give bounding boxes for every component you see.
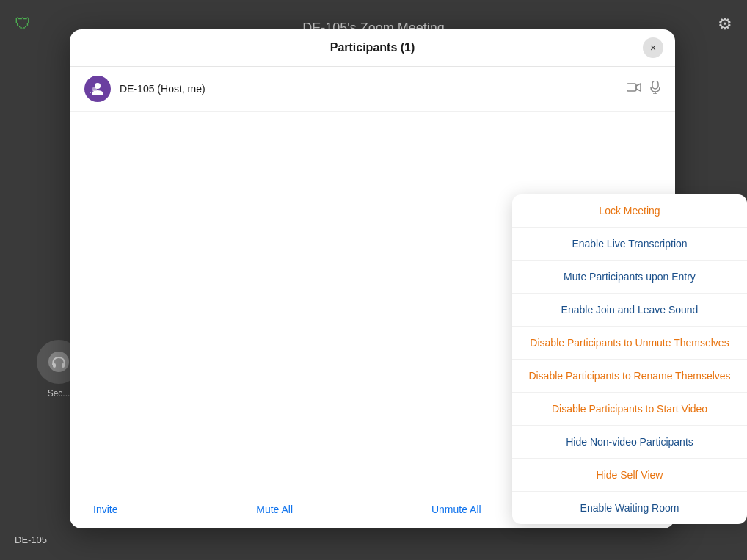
dropdown-menu: Lock MeetingEnable Live TranscriptionMut… [512,194,747,524]
menu-item-disable-unmute[interactable]: Disable Participants to Unmute Themselve… [512,327,747,360]
shield-icon: 🛡 [15,15,31,34]
svg-point-0 [48,352,69,372]
menu-item-lock-meeting[interactable]: Lock Meeting [512,194,747,228]
username-bottom: DE-105 [15,534,47,545]
close-button[interactable]: × [643,37,663,58]
svg-rect-5 [627,84,636,91]
menu-item-enable-waiting-room[interactable]: Enable Waiting Room [512,492,747,524]
menu-item-mute-participants[interactable]: Mute Participants upon Entry [512,261,747,294]
mute-all-button[interactable]: Mute All [247,499,302,520]
menu-item-hide-non-video[interactable]: Hide Non-video Participants [512,426,747,459]
menu-item-disable-rename[interactable]: Disable Participants to Rename Themselve… [512,360,747,393]
svg-rect-6 [652,81,658,89]
menu-item-disable-video[interactable]: Disable Participants to Start Video [512,393,747,426]
mic-icon [650,81,660,97]
modal-title: Participants (1) [330,41,415,54]
avatar [84,76,111,102]
menu-item-enable-live-transcription[interactable]: Enable Live Transcription [512,228,747,261]
unmute-all-button[interactable]: Unmute All [423,499,490,520]
video-icon [627,82,641,95]
modal-header: Participants (1) × [70,29,675,67]
participant-row: DE-105 (Host, me) [70,67,675,112]
security-label: Sec... [48,388,70,399]
menu-item-join-leave-sound[interactable]: Enable Join and Leave Sound [512,294,747,327]
invite-button[interactable]: Invite [84,499,126,520]
gear-icon[interactable]: ⚙ [718,15,732,34]
menu-item-hide-self-view[interactable]: Hide Self View [512,459,747,492]
participant-name: DE-105 (Host, me) [120,83,627,95]
participant-icons [627,81,660,97]
